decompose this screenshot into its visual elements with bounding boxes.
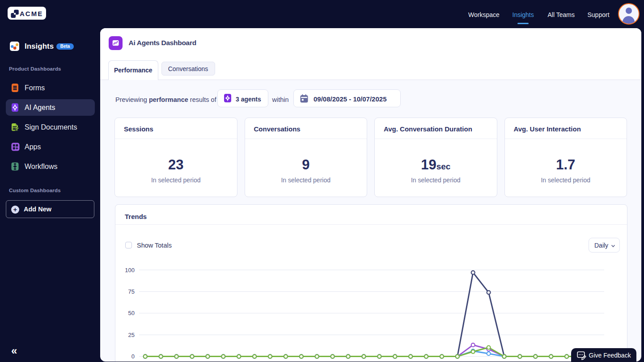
svg-text:25: 25: [128, 332, 135, 338]
svg-text:50: 50: [128, 310, 135, 316]
svg-text:75: 75: [128, 288, 135, 295]
svg-text:0: 0: [131, 353, 135, 360]
svg-text:100: 100: [125, 267, 135, 274]
